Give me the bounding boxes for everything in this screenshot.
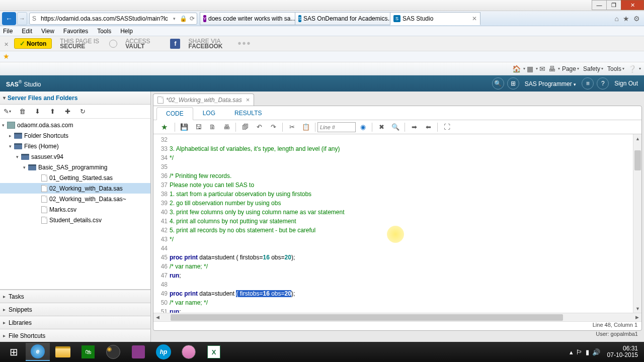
cut-icon[interactable]: ✂ [286, 122, 297, 133]
system-clock[interactable]: 06:3107-10-2015 [607, 345, 638, 358]
download-icon[interactable]: ⬇ [32, 107, 42, 117]
forward-button[interactable]: → [17, 12, 27, 25]
start-button[interactable]: ⊞ [3, 343, 25, 361]
clear-icon[interactable]: ✖ [376, 122, 387, 133]
print-icon[interactable]: 🖶 [548, 65, 555, 73]
tree-file[interactable]: Marks.csv [0, 204, 150, 215]
tree-file[interactable]: 02_Working_with_Data.sas~ [0, 194, 150, 204]
browser-tab[interactable]: SSAS OnDemand for Academics... [295, 12, 390, 25]
menu-favorites[interactable]: Favorites [63, 28, 88, 35]
tree-file[interactable]: Student_details.csv [0, 215, 150, 225]
redo-icon[interactable]: ↷ [268, 122, 279, 133]
panel-snippets[interactable]: ▸Snippets [0, 303, 150, 316]
panel-server-files[interactable]: ▾Server Files and Folders [0, 92, 150, 105]
tree-server-node[interactable]: ▾odaomr.oda.sas.com [0, 120, 150, 130]
role-selector[interactable]: SAS Programmer ▾ [525, 80, 577, 87]
menu-tools[interactable]: Tools [97, 28, 111, 35]
tray-flag-icon[interactable]: 🏳 [576, 348, 583, 356]
facebook-icon[interactable]: f [170, 39, 180, 49]
panel-tasks[interactable]: ▸Tasks [0, 290, 150, 303]
panel-libraries[interactable]: ▸Libraries [0, 316, 150, 329]
search-icon[interactable]: 🔍 [492, 77, 504, 89]
more-icon[interactable]: ••• [238, 38, 252, 49]
mail-icon[interactable]: ✉ [539, 65, 545, 73]
feeds-icon[interactable]: ▦ [527, 65, 533, 73]
find-icon[interactable]: 🔍 [390, 122, 401, 133]
signout-link[interactable]: Sign Out [614, 80, 638, 87]
back-button[interactable]: ← [2, 12, 16, 25]
help-icon[interactable]: ? [597, 77, 609, 89]
maximize-icon[interactable]: ⛶ [441, 122, 452, 133]
add-favorite-icon[interactable]: ★ [3, 52, 10, 60]
taskbar-app[interactable] [126, 343, 150, 361]
close-toolbar-button[interactable]: ✕ [4, 41, 9, 46]
tree-folder-shortcuts[interactable]: ▸Folder Shortcuts [0, 130, 150, 141]
panel-file-shortcuts[interactable]: ▸File Shortcuts [0, 329, 150, 342]
editor-file-tab[interactable]: *02_Working_with_Data.sas × [153, 94, 254, 106]
program-summary-icon[interactable]: 🗎 [207, 122, 218, 133]
tree-files-home[interactable]: ▾Files (Home) [0, 141, 150, 151]
close-tab-icon[interactable]: × [246, 96, 250, 104]
apps-icon[interactable]: ⊞ [507, 77, 519, 89]
tray-volume-icon[interactable]: 🔊 [592, 348, 600, 356]
home-icon[interactable]: 🏠 [512, 65, 521, 73]
undo-icon[interactable]: ↶ [254, 122, 265, 133]
outdent-icon[interactable]: ⬅ [423, 122, 434, 133]
vault-icon[interactable] [109, 40, 117, 48]
gear-icon[interactable]: ⚙ [633, 15, 640, 23]
vertical-scrollbar[interactable]: ▲▼ [633, 134, 641, 313]
new-icon[interactable]: ✎▾ [2, 107, 12, 117]
taskbar-app[interactable] [177, 343, 201, 361]
taskbar-store[interactable]: 🛍 [76, 343, 100, 361]
taskbar-excel[interactable]: X [202, 343, 226, 361]
cmd-page[interactable]: Page▾ [562, 65, 579, 72]
refresh-icon[interactable]: ↻ [77, 107, 88, 117]
tray-network-icon[interactable]: ▮ [586, 348, 589, 356]
window-minimize-button[interactable]: — [592, 0, 607, 10]
tab-results[interactable]: RESULTS [225, 107, 271, 120]
tab-code[interactable]: CODE [156, 107, 193, 120]
browser-tab-active[interactable]: SSAS Studio✕ [390, 12, 480, 25]
tree-sasuser[interactable]: ▾sasuser.v94 [0, 151, 150, 162]
cmd-safety[interactable]: Safety▾ [583, 65, 603, 72]
upload-icon[interactable]: ⬆ [47, 107, 57, 117]
browser-tab[interactable]: Ydoes code writer works with sa... [200, 12, 295, 25]
print-icon[interactable]: 🖶 [221, 122, 232, 133]
save-as-icon[interactable]: 🖫 [193, 122, 204, 133]
paste-icon[interactable]: 📋 [300, 122, 311, 133]
refresh-icon[interactable]: ⟳ [188, 15, 197, 22]
horizontal-scrollbar[interactable]: ◀▶ [153, 313, 641, 321]
more-options-icon[interactable]: ≡ [582, 77, 594, 89]
tray-up-icon[interactable]: ▴ [570, 348, 573, 356]
home-icon[interactable]: ⌂ [615, 15, 619, 23]
norton-badge[interactable]: ✓Norton [14, 38, 52, 49]
goto-line-input[interactable] [317, 122, 356, 132]
taskbar-hp[interactable]: hp [151, 343, 176, 361]
code-editor[interactable]: 3233343536373839404142434445464748495051… [153, 134, 641, 313]
taskbar-explorer[interactable] [51, 343, 75, 361]
copy-icon[interactable]: 🗐 [239, 122, 251, 133]
menu-view[interactable]: View [41, 28, 54, 35]
window-maximize-button[interactable]: ❐ [606, 0, 621, 10]
tree-file[interactable]: 01_Getting_Started.sas [0, 172, 150, 183]
help-icon[interactable]: ❔ [628, 65, 636, 73]
favorites-icon[interactable]: ★ [623, 15, 629, 23]
tree-basic-sas-prog[interactable]: ▾Basic_SAS_programming [0, 162, 150, 172]
cmd-tools[interactable]: Tools▾ [607, 65, 624, 72]
window-close-button[interactable]: ✕ [621, 0, 644, 10]
indent-icon[interactable]: ➡ [409, 122, 420, 133]
save-icon[interactable]: 💾 [179, 122, 190, 133]
tab-log[interactable]: LOG [193, 107, 225, 120]
close-tab-icon[interactable]: ✕ [470, 15, 477, 22]
delete-icon[interactable]: 🗑 [17, 107, 27, 117]
menu-file[interactable]: File [3, 28, 13, 35]
goto-line-button[interactable]: ◉ [357, 122, 368, 133]
taskbar-app[interactable]: ◉ [101, 343, 125, 361]
menu-edit[interactable]: Edit [22, 28, 32, 35]
dropdown-icon[interactable]: ▾ [170, 16, 179, 21]
menu-help[interactable]: Help [120, 28, 133, 35]
url-input[interactable] [39, 15, 170, 22]
new-folder-icon[interactable]: ✚ [62, 107, 72, 117]
run-button[interactable]: ★ [157, 122, 171, 133]
tree-file-selected[interactable]: 02_Working_with_Data.sas [0, 183, 150, 194]
